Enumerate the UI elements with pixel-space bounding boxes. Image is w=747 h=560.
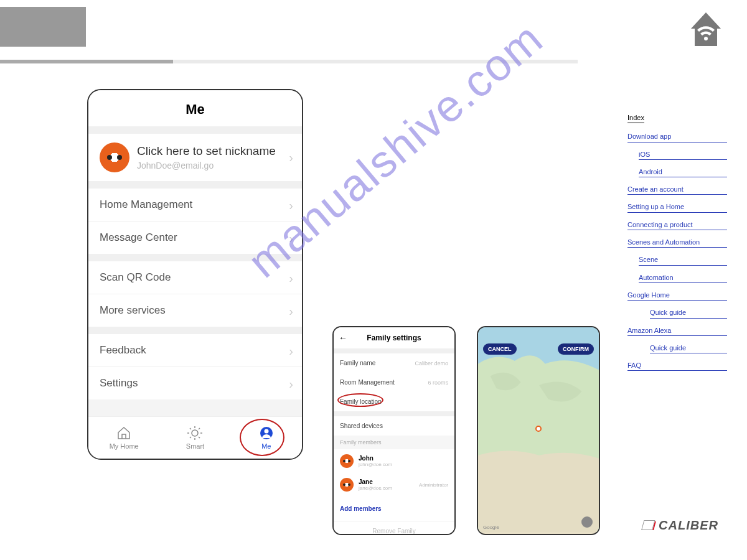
row-label: Settings [100, 377, 138, 389]
table-of-contents: Index Download appiOSAndroidCreate an ac… [627, 113, 727, 378]
svg-line-8 [190, 437, 191, 438]
member-role: Administrator [419, 482, 448, 488]
person-icon [259, 426, 274, 440]
svg-point-0 [704, 37, 708, 40]
my-location-button[interactable] [581, 516, 593, 528]
remove-family-button[interactable]: Remove Family [334, 521, 454, 535]
toc-link[interactable]: Automation [639, 273, 727, 283]
tab-me[interactable]: Me [231, 417, 302, 459]
row-label: Scan QR Code [100, 271, 171, 283]
tab-label: Me [261, 442, 271, 450]
row-value: Caliber demo [415, 360, 448, 366]
profile-row[interactable]: Click here to set nickname JohnDoe@email… [88, 134, 302, 181]
svg-line-9 [199, 428, 200, 429]
header-divider [0, 60, 578, 63]
chevron-right-icon: › [289, 271, 293, 286]
user-email: JohnDoe@email.go [137, 161, 276, 170]
avatar-icon [340, 478, 354, 492]
row-value: 6 rooms [428, 380, 448, 386]
toc-link[interactable]: Amazon Alexa [627, 326, 727, 336]
row-label: Feedback [100, 344, 146, 356]
wifi-house-icon [691, 12, 721, 52]
row-label: Shared devices [340, 422, 383, 429]
toc-link[interactable]: Connecting a product [627, 220, 727, 230]
member-name: Jane [359, 478, 392, 485]
toc-link[interactable]: iOS [639, 150, 727, 160]
section-header: Family members [334, 436, 454, 449]
cancel-button[interactable]: CANCEL [483, 343, 517, 355]
toc-heading: Index [627, 113, 644, 123]
member-row[interactable]: Johnjohn@doe.com [334, 449, 454, 473]
member-email: jane@doe.com [359, 485, 392, 491]
chevron-right-icon: › [289, 377, 293, 391]
row-scan-qr[interactable]: Scan QR Code› [88, 261, 302, 294]
toc-link[interactable]: Create an account [627, 185, 727, 195]
member-row[interactable]: Janejane@doe.com Administrator [334, 473, 454, 497]
location-pin-icon [535, 426, 542, 432]
toc-link[interactable]: Quick guide [650, 308, 727, 318]
add-members-button[interactable]: Add members [334, 497, 454, 521]
tab-label: Smart [186, 442, 204, 450]
row-family-name[interactable]: Family nameCaliber demo [334, 353, 454, 373]
row-label: Room Management [340, 379, 395, 386]
toc-link[interactable]: Setting up a Home [627, 202, 727, 212]
tab-home[interactable]: My Home [88, 417, 159, 459]
svg-point-11 [264, 429, 268, 433]
toc-link[interactable]: Download app [627, 132, 727, 142]
toc-link[interactable]: FAQ [627, 361, 727, 371]
header-tab-block [0, 7, 86, 47]
phone-map-screen: CANCEL CONFIRM Google [477, 326, 600, 535]
tab-label: My Home [110, 442, 139, 450]
chevron-right-icon: › [289, 198, 293, 213]
sun-icon [187, 426, 202, 440]
row-label: Home Management [100, 198, 192, 210]
chevron-right-icon: › [289, 151, 293, 165]
toc-link[interactable]: Google Home [627, 291, 727, 301]
row-label: Family location [340, 398, 382, 405]
brand-mark-icon [644, 521, 656, 530]
member-email: john@doe.com [359, 462, 392, 467]
phone-me-screen: Me Click here to set nickname JohnDoe@em… [87, 89, 303, 460]
nickname-prompt: Click here to set nickname [137, 144, 276, 158]
avatar-icon [100, 142, 129, 172]
toc-link[interactable]: Android [639, 167, 727, 177]
row-settings[interactable]: Settings› [88, 366, 302, 399]
row-shared-devices[interactable]: Shared devices [334, 416, 454, 436]
brand-text: CALIBER [659, 518, 718, 533]
phone-family-settings: ← Family settings Family nameCaliber dem… [332, 326, 456, 535]
toc-link[interactable]: Quick guide [650, 343, 727, 353]
chevron-right-icon: › [289, 344, 293, 358]
row-family-location[interactable]: Family location [334, 392, 454, 411]
tab-smart[interactable]: Smart [159, 417, 230, 459]
row-more-services[interactable]: More services› [88, 294, 302, 327]
row-label: Message Center [100, 231, 177, 243]
bottom-tab-bar: My Home Smart Me [88, 416, 302, 459]
svg-line-6 [190, 428, 191, 429]
row-message-center[interactable]: Message Center› [88, 221, 302, 254]
toc-link[interactable]: Scene [639, 255, 727, 265]
row-label: Family name [340, 360, 375, 366]
home-icon [116, 426, 131, 440]
header: ← Family settings [334, 327, 454, 348]
chevron-right-icon: › [289, 231, 293, 246]
member-name: John [359, 455, 392, 462]
svg-point-1 [192, 430, 198, 436]
page-title: Family settings [367, 334, 421, 342]
avatar-icon [340, 454, 354, 468]
page-title: Me [88, 90, 302, 126]
confirm-button[interactable]: CONFIRM [558, 343, 594, 355]
brand-logo: CALIBER [645, 518, 718, 533]
back-arrow-icon[interactable]: ← [339, 333, 347, 343]
toc-link[interactable]: Scenes and Automation [627, 238, 727, 248]
row-label: More services [100, 304, 166, 316]
svg-line-7 [199, 437, 200, 438]
row-room-management[interactable]: Room Management6 rooms [334, 373, 454, 392]
chevron-right-icon: › [289, 304, 293, 319]
map-attribution: Google [483, 525, 499, 530]
row-home-management[interactable]: Home Management› [88, 189, 302, 221]
row-feedback[interactable]: Feedback› [88, 334, 302, 366]
